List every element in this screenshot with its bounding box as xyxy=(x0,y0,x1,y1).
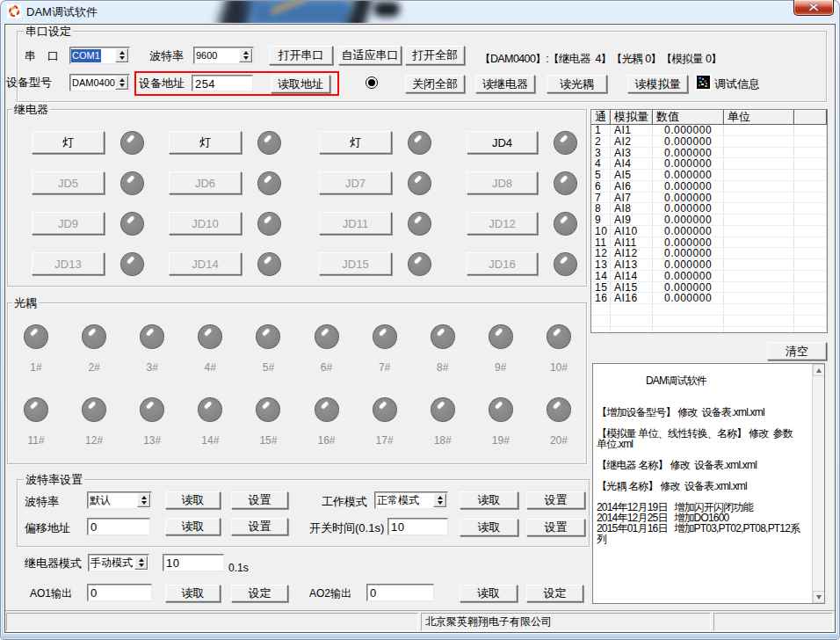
offset-read-button[interactable]: 读取 xyxy=(165,518,221,535)
clear-button[interactable]: 清空 xyxy=(767,342,827,360)
addr-input[interactable]: 254 xyxy=(192,75,253,91)
baud-dropdown-icon[interactable] xyxy=(239,48,252,62)
table-row[interactable] xyxy=(591,327,827,334)
relay-button-14[interactable]: JD14 xyxy=(169,252,242,275)
switch-read-button[interactable]: 读取 xyxy=(460,519,518,536)
table-row[interactable]: 15AI150.000000 xyxy=(591,282,827,294)
read-opto-button[interactable]: 读光耦 xyxy=(547,75,607,93)
table-row[interactable]: 10AI100.000000 xyxy=(591,226,827,237)
switch-set-button[interactable]: 设置 xyxy=(526,519,585,536)
relay-button-13[interactable]: JD13 xyxy=(32,252,105,275)
relay-mode-combobox[interactable]: 手动模式 xyxy=(88,554,149,571)
close-all-button[interactable]: 关闭全部 xyxy=(405,75,465,93)
relay-button-11[interactable]: JD11 xyxy=(319,212,392,235)
info-text-content: DAM调试软件 【增加设备型号】 修改 设备表.xml.xml 【模拟量 单位、… xyxy=(597,375,801,544)
close-button[interactable] xyxy=(793,0,834,16)
relay-button-9[interactable]: JD9 xyxy=(32,212,105,235)
workmode-read-button[interactable]: 读取 xyxy=(460,491,518,509)
baud-set-button[interactable]: 设置 xyxy=(231,491,288,509)
port-combobox[interactable]: COM1 xyxy=(69,47,130,64)
table-cell xyxy=(724,271,794,282)
scroll-down-button[interactable] xyxy=(813,591,825,603)
read-addr-button[interactable]: 读取地址 xyxy=(271,75,330,93)
relay-button-12[interactable]: JD12 xyxy=(467,212,538,235)
baud-read-button[interactable]: 读取 xyxy=(165,491,221,509)
baudrate-dropdown-icon[interactable] xyxy=(137,493,150,507)
table-row[interactable]: 13AI130.000000 xyxy=(591,259,827,271)
relay-button-3[interactable]: 灯 xyxy=(319,131,392,154)
relay-button-4[interactable]: JD4 xyxy=(467,131,538,154)
ao-read-button[interactable]: 读取 xyxy=(165,585,221,602)
table-cell xyxy=(653,327,724,334)
relay-time-input[interactable]: 10 xyxy=(163,554,224,571)
scroll-up-button[interactable] xyxy=(813,364,825,376)
table-cell xyxy=(724,148,794,159)
table-row[interactable]: 12AI120.000000 xyxy=(591,248,827,259)
updown-arrows-icon xyxy=(119,51,125,60)
ao-set-button[interactable]: 设定 xyxy=(231,585,288,602)
open-all-button[interactable]: 打开全部 xyxy=(405,46,465,65)
port-dropdown-icon[interactable] xyxy=(115,48,128,62)
relay-button-5[interactable]: JD5 xyxy=(32,171,105,194)
table-cell: 0.000000 xyxy=(653,226,724,237)
read-analog-button[interactable]: 读模拟量 xyxy=(627,75,688,93)
model-combobox[interactable]: DAM0400 xyxy=(69,74,130,91)
table-header-1[interactable]: 通 xyxy=(591,110,611,125)
table-row[interactable]: 7AI70.000000 xyxy=(591,193,827,204)
offset-set-button[interactable]: 设置 xyxy=(231,518,288,535)
table-row[interactable]: 1AI10.000000 xyxy=(591,125,827,136)
table-header-4[interactable]: 单位 xyxy=(724,110,794,125)
table-row[interactable]: 2AI20.000000 xyxy=(591,136,827,148)
table-header-3[interactable]: 数值 xyxy=(653,110,724,125)
read-relay-button[interactable]: 读继电器 xyxy=(475,75,535,93)
relay-button-7[interactable]: JD7 xyxy=(319,171,392,194)
switch-time-input[interactable]: 10 xyxy=(387,518,448,535)
baud-combobox[interactable]: 9600 xyxy=(193,47,254,64)
table-cell xyxy=(724,181,794,193)
table-cell: AI16 xyxy=(611,293,653,304)
relay-button-16[interactable]: JD16 xyxy=(467,252,538,275)
relay-button-15[interactable]: JD15 xyxy=(319,252,392,275)
table-row[interactable]: 14AI140.000000 xyxy=(591,271,827,282)
ao2-set-button[interactable]: 设定 xyxy=(526,585,583,602)
info-scrollbar[interactable] xyxy=(812,364,824,603)
baudrate-combobox[interactable]: 默认 xyxy=(87,491,152,509)
relay-indicator-12 xyxy=(554,212,577,236)
relay-mode-dropdown-icon[interactable] xyxy=(134,556,148,570)
relay-button-1[interactable]: 灯 xyxy=(32,131,105,154)
table-cell: AI7 xyxy=(611,193,653,204)
workmode-set-button[interactable]: 设置 xyxy=(526,491,585,509)
workmode-combobox[interactable]: 正常模式 xyxy=(374,491,448,509)
relay-button-10[interactable]: JD10 xyxy=(169,212,242,235)
table-row[interactable]: 4AI40.000000 xyxy=(591,158,827,170)
auto-serial-button[interactable]: 自适应串口 xyxy=(338,46,402,65)
offset-label: 偏移地址 xyxy=(25,522,70,535)
relay-button-2[interactable]: 灯 xyxy=(169,131,242,154)
info-textarea[interactable]: DAM调试软件 【增加设备型号】 修改 设备表.xml.xml 【模拟量 单位、… xyxy=(592,363,825,604)
relay-button-8[interactable]: JD8 xyxy=(467,171,538,194)
titlebar[interactable] xyxy=(1,1,839,25)
table-row[interactable]: 6AI60.000000 xyxy=(591,181,827,193)
table-row[interactable]: 9AI90.000000 xyxy=(591,215,827,226)
model-dropdown-icon[interactable] xyxy=(115,76,128,90)
table-row[interactable] xyxy=(591,316,827,327)
table-row[interactable] xyxy=(591,304,827,316)
table-row[interactable]: 3AI30.000000 xyxy=(591,148,827,159)
ao1-input[interactable]: 0 xyxy=(87,584,152,601)
offset-input[interactable]: 0 xyxy=(87,518,150,535)
relay-indicator-14 xyxy=(257,252,281,276)
ao2-read-button[interactable]: 读取 xyxy=(460,585,518,602)
relay-indicator-13 xyxy=(120,252,144,276)
table-row[interactable]: 8AI80.000000 xyxy=(591,203,827,215)
relay-button-6[interactable]: JD6 xyxy=(169,171,242,194)
table-row[interactable]: 11AI110.000000 xyxy=(591,237,827,249)
table-header-5[interactable] xyxy=(794,110,827,125)
table-row[interactable]: 16AI160.000000 xyxy=(591,293,827,304)
table-row[interactable]: 5AI50.000000 xyxy=(591,170,827,181)
analog-table[interactable]: 通模拟量数值单位 1AI10.0000002AI20.0000003AI30.0… xyxy=(590,109,828,333)
ao2-input[interactable]: 0 xyxy=(366,584,434,601)
open-serial-button[interactable]: 打开串口 xyxy=(269,46,333,65)
table-header-2[interactable]: 模拟量 xyxy=(611,110,653,125)
table-cell: 0.000000 xyxy=(653,148,724,159)
workmode-dropdown-icon[interactable] xyxy=(433,493,446,507)
